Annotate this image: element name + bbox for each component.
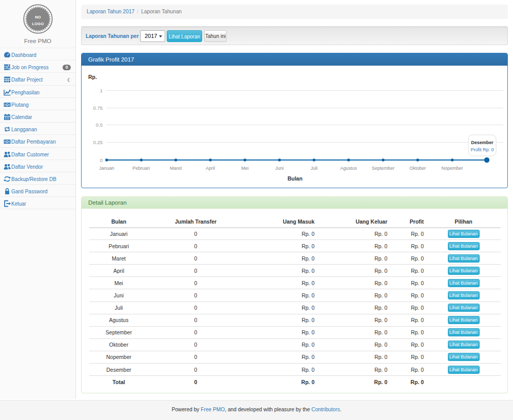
svg-text:Juni: Juni [275,166,284,171]
svg-text:0.5: 0.5 [96,122,103,128]
svg-text:LOGO: LOGO [32,22,44,26]
svg-text:Oktober: Oktober [409,166,426,171]
svg-text:April: April [206,166,215,171]
svg-text:1: 1 [100,88,103,93]
svg-text:Nopember: Nopember [442,166,463,171]
svg-text:Desember: Desember [471,140,494,145]
svg-text:Agustus: Agustus [340,166,357,171]
svg-text:September: September [372,166,394,171]
svg-text:Pebruari: Pebruari [132,166,150,171]
svg-text:Profit Rp: 0: Profit Rp: 0 [470,147,494,152]
svg-text:0: 0 [100,157,103,163]
svg-text:Mei: Mei [241,166,249,171]
svg-text:Januari: Januari [99,166,114,171]
svg-text:0.25: 0.25 [93,139,103,145]
svg-text:NO: NO [35,15,41,19]
svg-text:Maret: Maret [170,166,182,171]
svg-text:0.75: 0.75 [93,105,103,111]
svg-text:Juli: Juli [310,166,318,171]
